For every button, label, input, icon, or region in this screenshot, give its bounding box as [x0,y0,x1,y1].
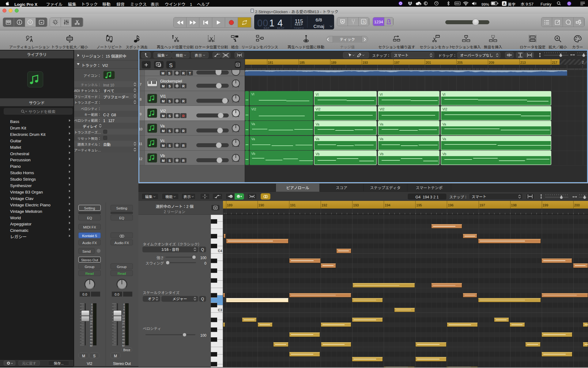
svg-text:R: R [238,145,239,147]
svg-text:R: R [238,160,239,162]
svg-text:R: R [238,101,239,103]
svg-text:R: R [238,86,239,88]
svg-text:C4: C4 [218,249,222,253]
svg-text:R: R [238,116,239,117]
svg-text:C3: C3 [218,308,222,312]
svg-text:?: ? [29,21,31,24]
svg-text:S: S [363,20,365,24]
svg-text:R: R [238,131,239,132]
